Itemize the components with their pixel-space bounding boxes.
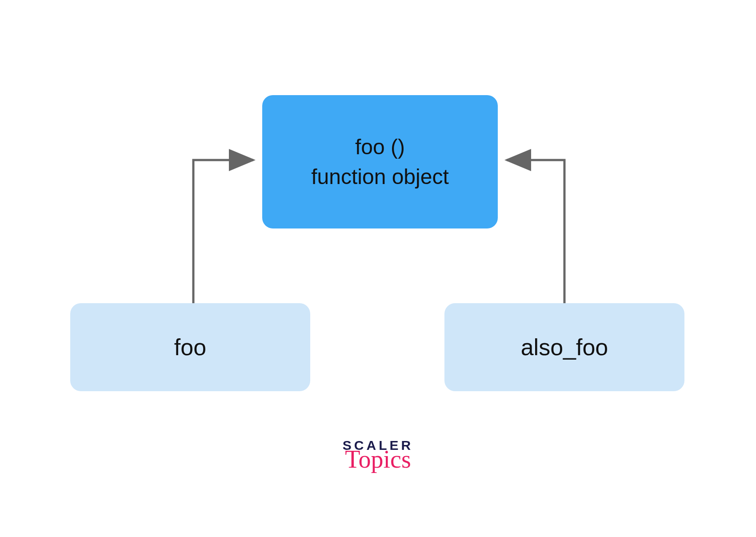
diagram-canvas: foo () function object foo also_foo SCAL… (0, 0, 756, 537)
arrow-left (193, 160, 253, 303)
arrow-right (507, 160, 564, 303)
also-foo-label: also_foo (521, 334, 608, 361)
brand-logo: SCALER Topics (343, 438, 413, 472)
function-object-line2: function object (311, 162, 449, 192)
also-foo-reference-node: also_foo (444, 303, 684, 391)
foo-label: foo (174, 334, 206, 361)
foo-reference-node: foo (70, 303, 310, 391)
brand-topics: Topics (343, 447, 413, 472)
function-object-node: foo () function object (262, 95, 498, 228)
function-object-line1: foo () (355, 132, 405, 162)
